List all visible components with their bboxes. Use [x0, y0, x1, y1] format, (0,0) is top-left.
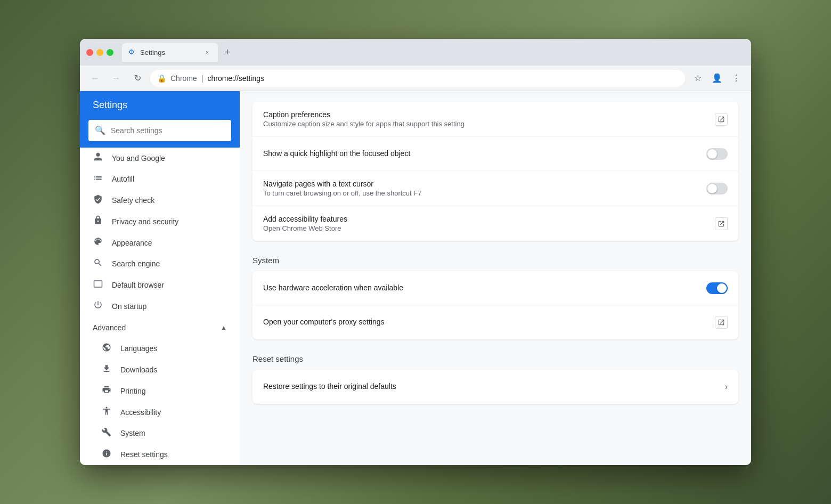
close-window-button[interactable] — [86, 49, 93, 56]
traffic-lights — [86, 49, 113, 56]
restore-defaults-row[interactable]: Restore settings to their original defau… — [252, 370, 738, 404]
sidebar-item-label: You and Google — [112, 154, 227, 162]
search-engine-icon — [93, 258, 103, 270]
lock-icon — [93, 215, 103, 227]
accessibility-features-title: Add accessibility features — [263, 215, 715, 223]
quick-highlight-title: Show a quick highlight on the focused ob… — [263, 149, 706, 158]
main-panel: Caption preferences Customize caption si… — [240, 91, 751, 465]
advanced-label: Advanced — [93, 323, 212, 332]
tab-bar: ⚙ Settings × + — [122, 43, 745, 62]
search-bar-container: 🔍 — [80, 120, 240, 148]
sidebar-item-privacy-security[interactable]: Privacy and security — [80, 211, 240, 232]
restore-defaults-text: Restore settings to their original defau… — [263, 382, 725, 392]
menu-button[interactable]: ⋮ — [728, 70, 745, 87]
quick-highlight-row[interactable]: Show a quick highlight on the focused ob… — [252, 137, 738, 171]
sidebar-item-label: Autofill — [112, 175, 227, 183]
sidebar-sub-item-label: System — [120, 429, 227, 437]
sidebar-item-you-and-google[interactable]: You and Google — [80, 148, 240, 169]
address-separator: | — [201, 74, 203, 83]
quick-highlight-text: Show a quick highlight on the focused ob… — [263, 149, 706, 159]
address-bar[interactable]: 🔒 Chrome | chrome://settings — [150, 70, 685, 87]
default-browser-icon — [93, 279, 103, 291]
hardware-acceleration-title: Use hardware acceleration when available — [263, 283, 706, 292]
minimize-window-button[interactable] — [96, 49, 103, 56]
search-icon: 🔍 — [95, 125, 105, 135]
shield-icon — [93, 194, 103, 207]
proxy-settings-text: Open your computer's proxy settings — [263, 318, 715, 327]
sidebar-item-reset-settings[interactable]: Reset settings — [80, 444, 240, 465]
new-tab-button[interactable]: + — [220, 45, 235, 60]
sidebar-item-appearance[interactable]: Appearance — [80, 232, 240, 254]
sidebar-item-default-browser[interactable]: Default browser — [80, 274, 240, 296]
sidebar-item-label: Appearance — [112, 239, 227, 247]
proxy-settings-row[interactable]: Open your computer's proxy settings — [252, 305, 738, 339]
appearance-icon — [93, 237, 103, 249]
accessibility-features-row[interactable]: Add accessibility features Open Chrome W… — [252, 206, 738, 241]
external-link-icon[interactable] — [715, 316, 728, 329]
address-url: chrome://settings — [207, 74, 678, 83]
sidebar-item-label: Privacy and security — [112, 217, 227, 226]
sidebar: Settings 🔍 You and Google Autofill — [80, 91, 240, 465]
external-link-icon[interactable] — [715, 113, 728, 126]
profile-button[interactable]: 👤 — [708, 70, 726, 87]
settings-tab[interactable]: ⚙ Settings × — [122, 43, 218, 62]
sidebar-item-label: On startup — [112, 302, 227, 311]
toggle-thumb — [717, 283, 727, 293]
address-domain: Chrome — [170, 74, 197, 83]
caption-preferences-desc: Customize caption size and style for app… — [263, 120, 715, 128]
accessibility-features-text: Add accessibility features Open Chrome W… — [263, 215, 715, 232]
sidebar-sub-item-label: Languages — [120, 344, 227, 353]
chevron-right-icon[interactable]: › — [725, 382, 728, 392]
text-cursor-title: Navigate pages with a text cursor — [263, 180, 706, 188]
sidebar-item-on-startup[interactable]: On startup — [80, 296, 240, 317]
sidebar-item-system[interactable]: System — [80, 422, 240, 444]
startup-icon — [93, 300, 103, 312]
person-icon — [93, 152, 103, 164]
address-lock-icon: 🔒 — [157, 74, 166, 83]
maximize-window-button[interactable] — [107, 49, 113, 56]
search-bar[interactable]: 🔍 — [88, 120, 231, 141]
sidebar-item-languages[interactable]: Languages — [80, 338, 240, 359]
hardware-acceleration-toggle[interactable] — [706, 282, 728, 294]
reset-section-heading: Reset settings — [252, 352, 738, 363]
advanced-section-header[interactable]: Advanced ▲ — [80, 317, 240, 338]
sidebar-item-accessibility[interactable]: Accessibility — [80, 402, 240, 423]
hardware-acceleration-text: Use hardware acceleration when available — [263, 283, 706, 293]
system-section-heading: System — [252, 254, 738, 265]
text-cursor-row[interactable]: Navigate pages with a text cursor To tur… — [252, 171, 738, 206]
sidebar-item-label: Search engine — [112, 259, 227, 268]
hardware-acceleration-row[interactable]: Use hardware acceleration when available — [252, 271, 738, 305]
reset-section-card: Restore settings to their original defau… — [252, 370, 738, 404]
sidebar-item-label: Safety check — [112, 196, 227, 205]
accessibility-section-card: Caption preferences Customize caption si… — [252, 102, 738, 241]
caption-preferences-row[interactable]: Caption preferences Customize caption si… — [252, 102, 738, 137]
toggle-thumb — [707, 149, 717, 159]
tab-favicon: ⚙ — [128, 48, 137, 56]
restore-defaults-title: Restore settings to their original defau… — [263, 382, 725, 391]
bookmark-button[interactable]: ☆ — [689, 70, 706, 87]
sidebar-item-downloads[interactable]: Downloads — [80, 359, 240, 380]
back-button[interactable]: ← — [86, 70, 103, 87]
refresh-button[interactable]: ↻ — [129, 70, 146, 87]
download-icon — [101, 364, 112, 376]
sidebar-item-search-engine[interactable]: Search engine — [80, 253, 240, 274]
external-link-icon[interactable] — [715, 217, 728, 230]
system-section-card: Use hardware acceleration when available… — [252, 271, 738, 339]
sidebar-item-printing[interactable]: Printing — [80, 380, 240, 402]
browser-toolbar: ← → ↻ 🔒 Chrome | chrome://settings ☆ 👤 ⋮ — [80, 66, 751, 91]
sidebar-item-safety-check[interactable]: Safety check — [80, 190, 240, 211]
sidebar-item-autofill[interactable]: Autofill — [80, 168, 240, 190]
sidebar-sub-item-label: Printing — [120, 387, 227, 395]
text-cursor-text: Navigate pages with a text cursor To tur… — [263, 180, 706, 197]
proxy-settings-title: Open your computer's proxy settings — [263, 318, 715, 326]
system-icon — [101, 427, 112, 440]
tab-title: Settings — [140, 48, 200, 56]
globe-icon — [101, 343, 112, 355]
quick-highlight-toggle[interactable] — [706, 148, 728, 160]
print-icon — [101, 385, 112, 397]
tab-close-button[interactable]: × — [203, 48, 211, 56]
search-input[interactable] — [111, 126, 225, 135]
sidebar-sub-item-label: Reset settings — [120, 450, 227, 459]
forward-button[interactable]: → — [108, 70, 125, 87]
text-cursor-toggle[interactable] — [706, 183, 728, 194]
